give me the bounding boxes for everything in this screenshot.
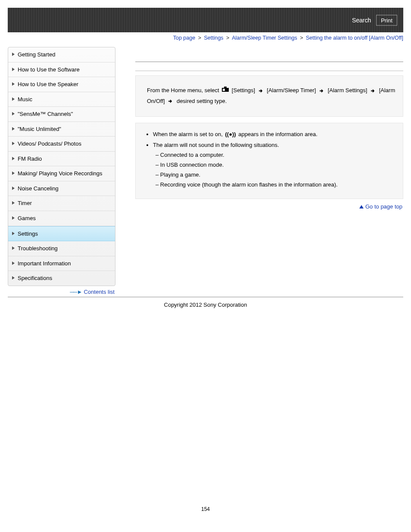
sidebar-item-label: "Music Unlimited" [18, 125, 61, 133]
svg-marker-11 [12, 216, 15, 220]
top-bar: Search Print [0, 0, 411, 32]
instruction-text: [Alarm/Sleep Timer] [267, 87, 318, 93]
divider [135, 71, 403, 71]
svg-marker-14 [12, 261, 15, 265]
chevron-right-icon [12, 157, 18, 160]
sidebar-item[interactable]: FM Radio [8, 152, 115, 166]
svg-rect-18 [223, 89, 225, 91]
sidebar-item-label: Settings [18, 230, 38, 238]
copyright-text: Copyright 2012 Sony Corporation [8, 297, 403, 325]
sidebar-item[interactable]: "SensMe™ Channels" [8, 107, 115, 121]
sidebar-item-label: How to Use the Software [18, 66, 80, 74]
page-number: 154 [8, 325, 403, 521]
breadcrumb: Top page > Settings > Alarm/Sleep Timer … [8, 32, 403, 47]
sidebar-item[interactable]: Noise Canceling [8, 181, 115, 196]
svg-marker-6 [12, 142, 15, 145]
instruction-text: From the Home menu, select [147, 87, 221, 93]
instruction-panel: From the Home menu, select [Settings] [A… [135, 75, 403, 117]
sidebar-item[interactable]: Games [8, 211, 115, 226]
svg-marker-0 [12, 53, 15, 56]
instruction-text: [Settings] [232, 87, 257, 93]
chevron-right-icon [12, 142, 18, 145]
chevron-right-icon [12, 68, 18, 71]
arrow-right-icon [371, 89, 375, 93]
instruction-text: [Alarm Settings] [328, 87, 369, 93]
sidebar-item[interactable]: Important Information [8, 256, 115, 271]
sidebar-item[interactable]: How to Use the Speaker [8, 77, 115, 92]
chevron-right-icon [12, 97, 18, 101]
sidebar-item-label: Getting Started [18, 51, 55, 59]
svg-marker-10 [12, 201, 15, 205]
svg-marker-12 [12, 232, 15, 235]
main-content: From the Home menu, select [Settings] [A… [115, 47, 403, 210]
sidebar-item[interactable]: Specifications [8, 271, 115, 286]
chevron-right-icon [12, 216, 18, 220]
chevron-right-icon [12, 127, 18, 131]
svg-rect-17 [224, 87, 227, 88]
chevron-right-icon [12, 261, 18, 265]
sidebar-nav: Getting StartedHow to Use the SoftwareHo… [8, 47, 115, 295]
sidebar-item-label: Timer [18, 199, 32, 207]
search-link[interactable]: Search [352, 17, 371, 24]
svg-marker-15 [12, 276, 15, 280]
svg-marker-3 [12, 97, 15, 101]
sidebar-item[interactable]: Timer [8, 196, 115, 211]
sidebar-item[interactable]: "Music Unlimited" [8, 122, 115, 137]
svg-marker-7 [12, 157, 15, 160]
sidebar-item[interactable]: Music [8, 92, 115, 107]
go-to-top-link[interactable]: Go to page top [359, 203, 402, 210]
sidebar-item[interactable]: How to Use the Software [8, 62, 115, 77]
svg-marker-13 [12, 246, 15, 250]
divider [135, 62, 403, 62]
chevron-right-icon [12, 53, 18, 56]
sidebar-item-label: Music [18, 96, 32, 103]
sidebar-item-label: Troubleshooting [18, 245, 58, 252]
chevron-right-icon [12, 201, 18, 205]
sidebar-item-label: Noise Canceling [18, 185, 59, 193]
breadcrumb-current: Setting the alarm to on/off [Alarm On/Of… [306, 35, 403, 41]
print-button[interactable]: Print [376, 15, 397, 25]
contents-list-link[interactable]: ──►Contents list [70, 289, 115, 295]
breadcrumb-item[interactable]: Top page [173, 35, 195, 41]
svg-marker-2 [12, 82, 15, 86]
note-sub-item: Playing a game. [156, 170, 394, 180]
sidebar-item-label: Games [18, 215, 36, 222]
svg-marker-4 [12, 112, 15, 115]
sidebar-item-label: How to Use the Speaker [18, 81, 78, 88]
arrow-right-icon [320, 89, 324, 93]
sidebar-item-label: Specifications [18, 274, 52, 282]
notes-panel: When the alarm is set to on, ((●)) appea… [135, 123, 403, 199]
breadcrumb-item[interactable]: Alarm/Sleep Timer Settings [232, 35, 297, 41]
settings-icon [221, 85, 229, 96]
sidebar-item[interactable]: Settings [8, 227, 115, 241]
alarm-icon: ((●)) [225, 130, 236, 139]
sidebar-item-label: Making/ Playing Voice Recordings [18, 170, 103, 177]
note-sub-item: In USB connection mode. [156, 160, 394, 170]
svg-marker-5 [12, 127, 15, 131]
sidebar-item-label: Videos/ Podcasts/ Photos [18, 140, 81, 148]
sidebar-item[interactable]: Making/ Playing Voice Recordings [8, 166, 115, 181]
chevron-right-icon [12, 232, 18, 235]
note-sub-item: Recording voice (though the alarm icon f… [156, 180, 394, 190]
chevron-right-icon [12, 276, 18, 280]
instruction-text: desired setting type. [177, 98, 227, 104]
svg-marker-9 [12, 187, 15, 190]
note-item: When the alarm is set to on, ((●)) appea… [153, 129, 394, 140]
sidebar-item-label: Important Information [18, 260, 71, 268]
arrow-right-icon [259, 89, 263, 93]
chevron-right-icon [12, 82, 18, 86]
chevron-right-icon [12, 171, 18, 175]
sidebar-item-label: "SensMe™ Channels" [18, 110, 73, 118]
sidebar-item-label: FM Radio [18, 155, 42, 163]
note-sub-item: Connected to a computer. [156, 150, 394, 160]
chevron-right-icon [12, 112, 18, 115]
sidebar-item[interactable]: Getting Started [8, 47, 115, 62]
sidebar-item[interactable]: Troubleshooting [8, 241, 115, 256]
up-triangle-icon [359, 205, 364, 208]
breadcrumb-item[interactable]: Settings [204, 35, 223, 41]
arrow-right-icon [168, 99, 173, 103]
sidebar-item[interactable]: Videos/ Podcasts/ Photos [8, 137, 115, 151]
chevron-right-icon [12, 246, 18, 250]
chevron-right-icon [12, 187, 18, 190]
note-item: The alarm will not sound in the followin… [153, 140, 394, 191]
